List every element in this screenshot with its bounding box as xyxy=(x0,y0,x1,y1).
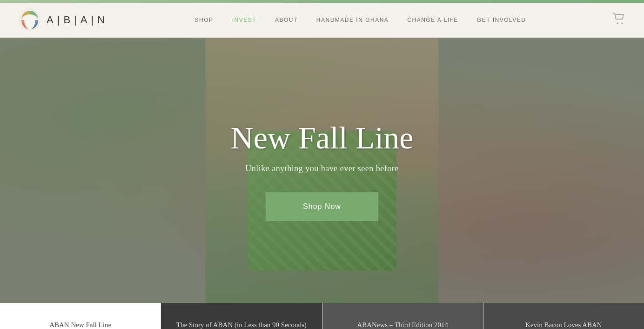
card-title-2: ABANews – Third Edition 2014 xyxy=(357,320,448,329)
nav-about[interactable]: ABOUT xyxy=(275,17,298,23)
card-story[interactable]: The Story of ABAN (in Less than 90 Secon… xyxy=(161,303,322,329)
svg-point-2 xyxy=(621,22,623,24)
nav-shop[interactable]: SHOP xyxy=(195,17,214,23)
nav-get-involved[interactable]: GET INVOLVED xyxy=(477,17,526,23)
card-kevin-bacon[interactable]: Kevin Bacon Loves ABAN CAMPAIGN xyxy=(483,303,644,329)
card-title-3: Kevin Bacon Loves ABAN xyxy=(525,320,602,329)
nav-handmade[interactable]: HANDMADE IN GHANA xyxy=(316,17,389,23)
logo-text: A|B|A|N xyxy=(47,14,108,26)
card-title-1: The Story of ABAN (in Less than 90 Secon… xyxy=(176,320,307,329)
card-abanews[interactable]: ABANews – Third Edition 2014 ABANEWS xyxy=(322,303,483,329)
card-title-0: ABAN New Fall Line xyxy=(49,320,111,329)
hero-title: New Fall Line xyxy=(231,120,414,156)
hero-section: New Fall Line Unlike anything you have e… xyxy=(0,38,644,303)
card-new-fall-line[interactable]: ABAN New Fall Line SHOP xyxy=(0,303,161,329)
nav-change-life[interactable]: CHANGE A LIFE xyxy=(407,17,458,23)
header: A|B|A|N SHOP INVEST ABOUT HANDMADE IN GH… xyxy=(0,3,644,38)
logo[interactable]: A|B|A|N xyxy=(19,9,108,31)
cart-button[interactable] xyxy=(612,13,625,27)
logo-icon xyxy=(19,9,41,31)
shop-now-button[interactable]: Shop Now xyxy=(266,192,378,221)
nav-invest[interactable]: INVEST xyxy=(232,17,256,23)
hero-subtitle: Unlike anything you have ever seen befor… xyxy=(231,164,414,174)
svg-point-1 xyxy=(617,22,618,24)
main-nav: SHOP INVEST ABOUT HANDMADE IN GHANA CHAN… xyxy=(195,17,526,23)
cards-row: ABAN New Fall Line SHOP The Story of ABA… xyxy=(0,303,644,329)
hero-content: New Fall Line Unlike anything you have e… xyxy=(231,120,414,221)
